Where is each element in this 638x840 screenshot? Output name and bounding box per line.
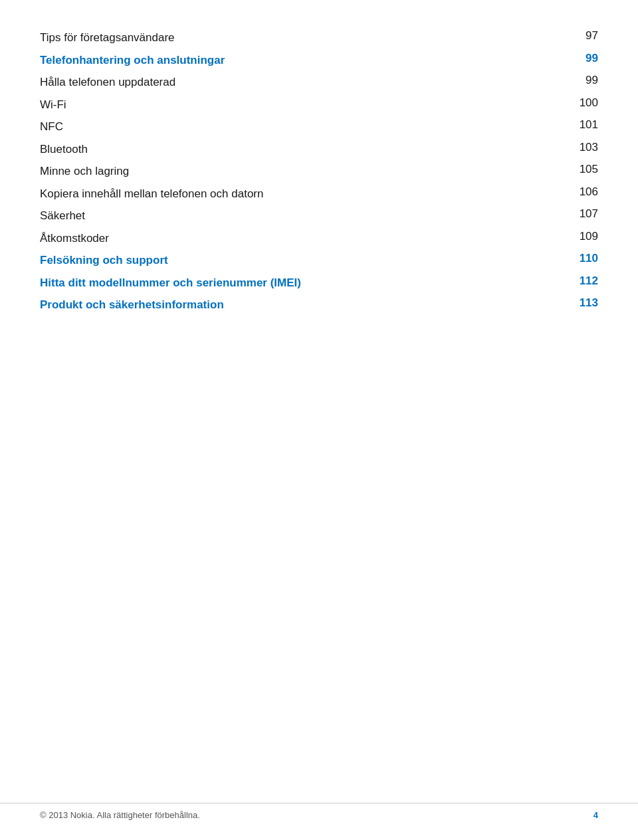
toc-label-hitta: Hitta ditt modellnummer och serienummer … [40,276,301,289]
toc-row: Åtkomstkoder109 [40,227,598,250]
toc-row: Wi-Fi100 [40,94,598,116]
toc-label-sakerhet: Säkerhet [40,209,85,222]
footer-page-number: 4 [593,810,598,820]
toc-row: Felsökning och support110 [40,249,598,272]
toc-label-telefonhantering: Telefonhantering och anslutningar [40,54,225,66]
footer: © 2013 Nokia. Alla rättigheter förbehåll… [0,803,638,820]
toc-label-bluetooth: Bluetooth [40,143,88,156]
toc-label-produkt: Produkt och säkerhetsinformation [40,298,224,311]
toc-row: Säkerhet107 [40,205,598,227]
toc-table: Tips för företagsanvändare97Telefonhante… [40,27,598,316]
toc-row: Telefonhantering och anslutningar99 [40,49,598,72]
footer-copyright: © 2013 Nokia. Alla rättigheter förbehåll… [40,810,200,820]
toc-label-halla: Hålla telefonen uppdaterad [40,76,175,88]
toc-row: Bluetooth103 [40,138,598,161]
toc-page-hitta: 112 [558,272,598,294]
toc-page-tips: 97 [558,27,598,49]
toc-row: Kopiera innehåll mellan telefonen och da… [40,183,598,205]
toc-label-nfc: NFC [40,120,63,133]
toc-label-kopiera: Kopiera innehåll mellan telefonen och da… [40,187,263,200]
toc-page-kopiera: 106 [558,183,598,205]
toc-label-minne: Minne och lagring [40,165,129,177]
toc-page-halla: 99 [558,71,598,94]
toc-page-produkt: 113 [558,294,598,316]
toc-page-sakerhet: 107 [558,205,598,227]
toc-page-minne: 105 [558,160,598,183]
toc-page-atkomstkoder: 109 [558,227,598,250]
toc-row: NFC101 [40,116,598,138]
page-content: Tips för företagsanvändare97Telefonhante… [0,0,638,369]
toc-page-wifi: 100 [558,94,598,116]
toc-page-bluetooth: 103 [558,138,598,161]
toc-page-telefonhantering: 99 [558,49,598,72]
toc-row: Hålla telefonen uppdaterad99 [40,71,598,94]
toc-row: Tips för företagsanvändare97 [40,27,598,49]
toc-page-felsökning: 110 [558,249,598,272]
toc-label-tips: Tips för företagsanvändare [40,31,175,44]
toc-page-nfc: 101 [558,116,598,138]
toc-row: Produkt och säkerhetsinformation113 [40,294,598,316]
toc-label-wifi: Wi-Fi [40,98,66,111]
toc-row: Hitta ditt modellnummer och serienummer … [40,272,598,294]
toc-label-atkomstkoder: Åtkomstkoder [40,232,109,245]
toc-label-felsökning: Felsökning och support [40,254,168,266]
toc-row: Minne och lagring105 [40,160,598,183]
